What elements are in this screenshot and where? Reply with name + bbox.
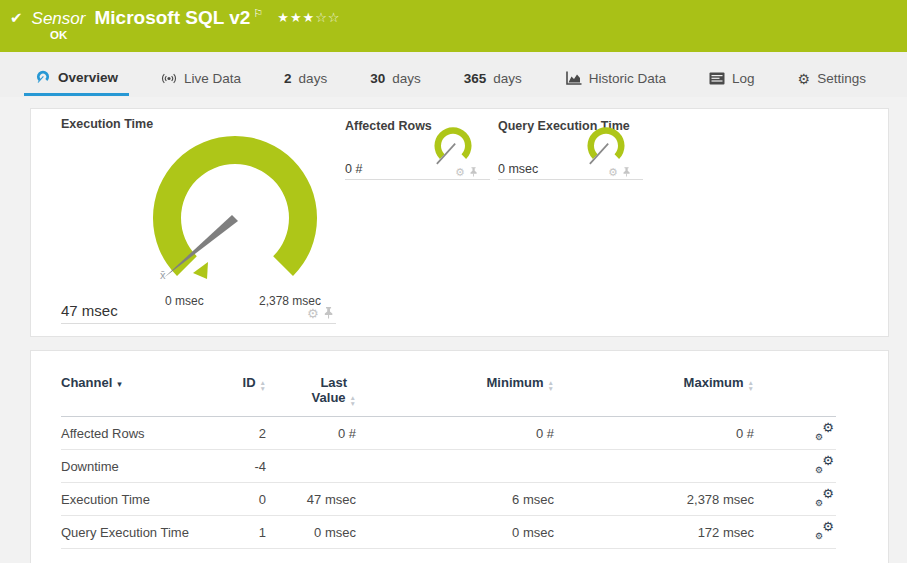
status-check-icon: ✔ xyxy=(10,9,23,27)
gauge-current-value: 0 msec xyxy=(498,162,538,176)
sort-icon: ▲▼ xyxy=(548,380,554,392)
status-badge: OK xyxy=(50,29,67,41)
tab-label: Live Data xyxy=(184,71,241,86)
channel-name[interactable]: Downtime xyxy=(61,450,231,483)
channel-settings-gears-icon[interactable]: ⚙⚙ xyxy=(815,522,834,539)
channel-settings-gears-icon[interactable]: ⚙⚙ xyxy=(815,489,834,506)
area-chart-icon xyxy=(565,71,582,86)
table-row: Downtime -4 ⚙⚙ xyxy=(61,450,836,483)
gauge-current-value: 47 msec xyxy=(61,302,118,319)
tab-label: days xyxy=(392,71,421,86)
tab-label: Log xyxy=(732,71,755,86)
pin-icon[interactable] xyxy=(622,166,631,178)
sort-icon: ▲▼ xyxy=(260,380,266,392)
tab-number: 365 xyxy=(464,71,487,86)
tab-log[interactable]: Log xyxy=(698,61,766,96)
column-header-actions xyxy=(754,375,836,417)
column-header-channel[interactable]: Channel▾ xyxy=(61,375,231,417)
table-row: Affected Rows 2 0 # 0 # 0 # ⚙⚙ xyxy=(61,417,836,450)
column-label: Last xyxy=(320,375,347,390)
column-label: Maximum xyxy=(684,375,744,390)
object-kind-label: Sensor xyxy=(32,9,86,29)
channel-maximum xyxy=(554,450,754,483)
column-label: ID xyxy=(243,375,256,390)
channel-maximum: 172 msec xyxy=(554,516,754,549)
column-header-minimum[interactable]: Minimum▲▼ xyxy=(356,375,554,417)
content-area: Execution Time x̄ 0 msec 2,378 msec 47 m… xyxy=(0,97,907,563)
channel-maximum: 2,378 msec xyxy=(554,483,754,516)
sort-icon: ▲▼ xyxy=(350,395,356,407)
channel-settings-gears-icon[interactable]: ⚙⚙ xyxy=(815,423,834,440)
tab-label: days xyxy=(493,71,522,86)
execution-time-gauge xyxy=(135,123,335,313)
column-label: Minimum xyxy=(487,375,544,390)
channel-id: 0 xyxy=(231,483,266,516)
gauge-settings-gear-icon[interactable]: ⚙ xyxy=(455,167,465,178)
tab-label: Overview xyxy=(58,70,118,85)
channel-name[interactable]: Query Execution Time xyxy=(61,516,231,549)
tab-30-days[interactable]: 30 days xyxy=(359,61,432,96)
divider xyxy=(61,323,336,324)
tab-number: 30 xyxy=(370,71,385,86)
channel-name[interactable]: Execution Time xyxy=(61,483,231,516)
table-row: Query Execution Time 1 0 msec 0 msec 172… xyxy=(61,516,836,549)
column-header-id[interactable]: ID▲▼ xyxy=(231,375,266,417)
gauge-current-marker xyxy=(193,262,208,279)
channel-minimum: 0 msec xyxy=(356,516,554,549)
channel-id: 2 xyxy=(231,417,266,450)
channel-name[interactable]: Affected Rows xyxy=(61,417,231,450)
channel-id: 1 xyxy=(231,516,266,549)
gauge-title-affected-rows: Affected Rows xyxy=(345,119,432,133)
channel-settings-gears-icon[interactable]: ⚙⚙ xyxy=(815,456,834,473)
tab-label: Settings xyxy=(817,71,866,86)
tab-label: days xyxy=(299,71,328,86)
column-label: Channel xyxy=(61,375,112,390)
divider xyxy=(498,179,643,180)
column-label: Value xyxy=(312,390,346,405)
gauge-settings-gear-icon[interactable]: ⚙ xyxy=(608,167,618,178)
query-execution-time-gauge xyxy=(582,125,630,171)
pin-icon[interactable] xyxy=(323,306,334,320)
channel-last-value xyxy=(266,450,356,483)
gauge-current-value: 0 # xyxy=(345,162,362,176)
tab-number: 2 xyxy=(284,71,292,86)
gauge-min-label: 0 msec xyxy=(165,294,204,308)
stars-empty: ☆☆ xyxy=(315,10,340,25)
tab-label: Historic Data xyxy=(589,71,666,86)
table-row: Execution Time 0 47 msec 6 msec 2,378 ms… xyxy=(61,483,836,516)
channel-minimum xyxy=(356,450,554,483)
tab-historic-data[interactable]: Historic Data xyxy=(554,61,677,96)
column-header-last-value[interactable]: LastValue▲▼ xyxy=(266,375,356,417)
sensor-title: Microsoft SQL v2 xyxy=(94,7,250,29)
stars-filled: ★★★ xyxy=(277,10,315,25)
flag-icon[interactable]: ⚐ xyxy=(253,7,263,20)
channel-maximum: 0 # xyxy=(554,417,754,450)
gauge-settings-gear-icon[interactable]: ⚙ xyxy=(307,307,319,320)
channel-minimum: 0 # xyxy=(356,417,554,450)
priority-stars[interactable]: ★★★☆☆ xyxy=(277,10,340,25)
channel-last-value: 0 # xyxy=(266,417,356,450)
tab-overview[interactable]: Overview xyxy=(24,61,129,96)
sort-icon: ▲▼ xyxy=(748,380,754,392)
tab-bar: Overview Live Data 2 days 30 days 365 da… xyxy=(0,52,907,97)
channel-table-panel: Channel▾ ID▲▼ LastValue▲▼ Minimum▲▼ Maxi… xyxy=(30,350,889,563)
gear-icon: ⚙ xyxy=(798,72,811,86)
tab-live-data[interactable]: Live Data xyxy=(150,61,252,96)
pin-icon[interactable] xyxy=(469,166,478,178)
tab-365-days[interactable]: 365 days xyxy=(453,61,533,96)
tab-settings[interactable]: ⚙ Settings xyxy=(787,61,877,96)
channel-table: Channel▾ ID▲▼ LastValue▲▼ Minimum▲▼ Maxi… xyxy=(61,375,836,549)
channel-id: -4 xyxy=(231,450,266,483)
divider xyxy=(345,179,490,180)
tab-2-days[interactable]: 2 days xyxy=(273,61,338,96)
gauge-average-marker: x̄ xyxy=(160,269,166,281)
broadcast-icon xyxy=(161,71,177,86)
column-header-maximum[interactable]: Maximum▲▼ xyxy=(554,375,754,417)
channel-minimum: 6 msec xyxy=(356,483,554,516)
gauges-panel: Execution Time x̄ 0 msec 2,378 msec 47 m… xyxy=(30,108,889,337)
log-icon xyxy=(709,72,725,85)
channel-last-value: 47 msec xyxy=(266,483,356,516)
gauge-icon xyxy=(35,70,51,85)
affected-rows-gauge xyxy=(429,125,477,171)
channel-last-value: 0 msec xyxy=(266,516,356,549)
